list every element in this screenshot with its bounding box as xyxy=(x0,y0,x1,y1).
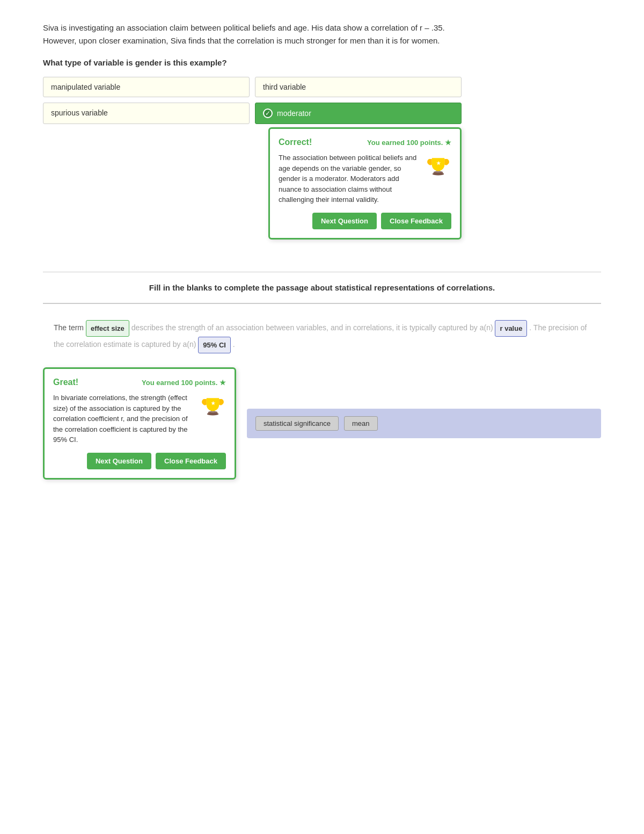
close-feedback-btn-1[interactable]: Close Feedback xyxy=(381,213,451,229)
feedback-header-2: Great! You earned 100 points. ★ xyxy=(53,378,226,387)
feedback-title-1: Correct! xyxy=(279,137,312,147)
wordbank-chip-mean[interactable]: mean xyxy=(344,416,378,431)
trophy-icon-2: ★ xyxy=(199,393,226,419)
wordbank-box: statistical significance mean xyxy=(247,409,601,438)
svg-text:★: ★ xyxy=(210,400,215,405)
wordbank-chip-stat-sig[interactable]: statistical significance xyxy=(255,416,339,431)
feedback-buttons-2: Next Question Close Feedback xyxy=(53,453,226,469)
svg-point-6 xyxy=(207,412,218,415)
section1: Siva is investigating an association cla… xyxy=(43,21,601,240)
feedback-buttons-1: Next Question Close Feedback xyxy=(279,213,451,229)
fill-tag-ci[interactable]: 95% CI xyxy=(198,337,231,353)
question-text: Siva is investigating an association cla… xyxy=(43,21,462,47)
svg-text:★: ★ xyxy=(436,160,441,165)
section2: Fill in the blanks to complete the passa… xyxy=(43,272,601,480)
check-icon: ✓ xyxy=(263,108,273,118)
option-third-variable[interactable]: third variable xyxy=(255,77,462,97)
feedback-points-2: You earned 100 points. ★ xyxy=(142,379,226,387)
feedback-body-1: The association between political belief… xyxy=(279,153,451,205)
divider xyxy=(43,303,601,304)
next-question-btn-1[interactable]: Next Question xyxy=(312,213,377,229)
passage-suffix: . xyxy=(233,340,235,349)
fill-tag-rvalue[interactable]: r value xyxy=(495,320,527,337)
feedback-text-1: The association between political belief… xyxy=(279,153,419,205)
svg-point-2 xyxy=(432,172,444,175)
feedback-points-1: You earned 100 points. ★ xyxy=(367,139,451,147)
passage-container: The term effect size describes the stren… xyxy=(43,315,601,359)
trophy-icon-1: ★ xyxy=(425,153,451,179)
option-moderator[interactable]: ✓ moderator xyxy=(255,103,462,124)
passage-prefix: The term xyxy=(54,323,84,332)
feedback-title-2: Great! xyxy=(53,378,78,387)
sub-question: What type of variable is gender is this … xyxy=(43,58,601,67)
passage-middle1: describes the strength of an association… xyxy=(131,323,493,332)
feedback-text-2: In bivariate correlations, the strength … xyxy=(53,393,194,445)
option-manipulated[interactable]: manipulated variable xyxy=(43,77,250,97)
fill-tag-effect-size[interactable]: effect size xyxy=(86,320,129,337)
option-spurious[interactable]: spurious variable xyxy=(43,103,250,124)
fill-instruction: Fill in the blanks to complete the passa… xyxy=(43,283,601,292)
feedback-popup-1: Correct! You earned 100 points. ★ The as… xyxy=(268,127,462,240)
feedback-header-1: Correct! You earned 100 points. ★ xyxy=(279,137,451,147)
answer-grid: manipulated variable third variable spur… xyxy=(43,77,462,124)
close-feedback-btn-2[interactable]: Close Feedback xyxy=(156,453,226,469)
feedback-popup-2: Great! You earned 100 points. ★ In bivar… xyxy=(43,367,236,480)
next-question-btn-2[interactable]: Next Question xyxy=(87,453,151,469)
feedback-body-2: In bivariate correlations, the strength … xyxy=(53,393,226,445)
